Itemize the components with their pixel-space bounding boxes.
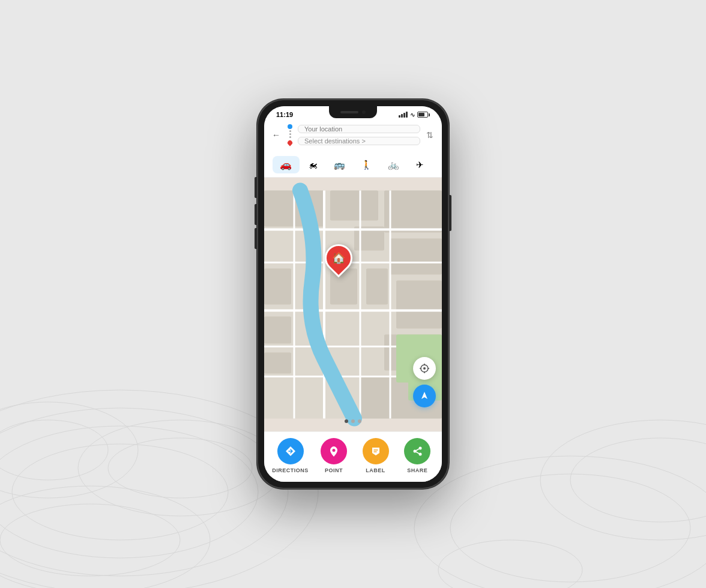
svg-rect-22 <box>396 281 442 329</box>
destination-placeholder: Select destinations > <box>304 137 366 145</box>
status-time: 11:19 <box>276 111 293 118</box>
notch <box>329 106 377 118</box>
transport-bus[interactable]: 🚌 <box>326 157 353 173</box>
bottom-point[interactable]: POINT <box>317 438 350 473</box>
map-area[interactable]: 🏠 <box>264 178 442 431</box>
front-camera <box>362 110 366 114</box>
plane-icon: ✈ <box>416 160 424 170</box>
svg-rect-18 <box>330 191 378 221</box>
svg-line-51 <box>416 449 419 451</box>
svg-rect-38 <box>264 353 291 374</box>
page-dot-2 <box>351 419 355 423</box>
bottom-share[interactable]: SHARE <box>401 438 434 473</box>
point-icon <box>327 445 340 458</box>
bicycle-icon: 🚲 <box>388 160 399 170</box>
location-row: ← Select destinations > <box>270 124 436 145</box>
phone-frame: 11:19 ∿ <box>257 99 449 489</box>
svg-point-49 <box>419 447 422 450</box>
walk-icon: 🚶 <box>361 160 372 170</box>
status-icons: ∿ <box>399 112 430 118</box>
motorcycle-icon: 🏍 <box>309 160 318 170</box>
bottom-label[interactable]: LABEL <box>359 438 392 473</box>
svg-point-47 <box>332 449 335 452</box>
transport-motorcycle[interactable]: 🏍 <box>300 157 327 173</box>
svg-point-48 <box>414 450 417 453</box>
page-dot-1 <box>345 419 348 423</box>
dot-connector <box>289 130 291 138</box>
page-dots <box>345 419 361 423</box>
battery-icon <box>417 112 430 118</box>
page-dot-3 <box>358 419 361 423</box>
transport-bar: 🚗 🏍 🚌 🚶 🚲 ✈ <box>264 152 442 178</box>
bottom-directions[interactable]: DIRECTIONS <box>272 438 309 473</box>
directions-icon <box>284 445 297 458</box>
bottom-bar: DIRECTIONS POINT <box>264 431 442 482</box>
dest-dot <box>286 139 293 146</box>
locate-button[interactable] <box>413 357 436 380</box>
map-pin: 🏠 <box>325 244 352 274</box>
point-circle <box>321 438 347 464</box>
swap-button[interactable]: ⇅ <box>424 129 436 141</box>
share-circle <box>404 438 430 464</box>
phone-screen: 11:19 ∿ <box>264 106 442 482</box>
svg-rect-36 <box>264 269 291 305</box>
destination-input[interactable]: Select destinations > <box>298 137 420 145</box>
transport-car[interactable]: 🚗 <box>273 156 300 173</box>
signal-icon <box>399 112 408 118</box>
share-label: SHARE <box>407 467 427 473</box>
svg-rect-19 <box>384 191 442 233</box>
point-label: POINT <box>325 467 343 473</box>
location-input[interactable] <box>298 125 420 133</box>
svg-line-52 <box>416 452 419 454</box>
speaker <box>340 111 358 113</box>
origin-dot <box>288 124 292 129</box>
transport-plane[interactable]: ✈ <box>406 157 433 173</box>
label-icon <box>369 445 382 458</box>
wifi-icon: ∿ <box>410 112 415 118</box>
home-icon: 🏠 <box>332 251 345 265</box>
bus-icon: 🚌 <box>334 160 345 170</box>
label-label: LABEL <box>366 467 385 473</box>
navigate-icon <box>419 391 430 401</box>
label-circle <box>363 438 389 464</box>
map-controls <box>413 357 436 407</box>
svg-point-50 <box>419 453 422 456</box>
directions-label: DIRECTIONS <box>272 467 309 473</box>
route-dots <box>286 124 294 145</box>
svg-rect-20 <box>390 239 442 275</box>
locate-icon <box>419 363 430 374</box>
transport-walk[interactable]: 🚶 <box>353 157 380 173</box>
svg-rect-40 <box>366 269 388 305</box>
transport-bicycle[interactable]: 🚲 <box>380 157 407 173</box>
car-icon: 🚗 <box>280 159 292 170</box>
svg-rect-37 <box>264 317 291 344</box>
back-button[interactable]: ← <box>270 129 282 141</box>
pin-circle: 🏠 <box>319 238 358 277</box>
share-icon <box>411 445 424 458</box>
search-panel: ← Select destinations > <box>264 121 442 152</box>
directions-circle <box>277 438 304 464</box>
phone-mockup: 11:19 ∿ <box>257 99 449 489</box>
svg-point-42 <box>423 367 426 370</box>
navigate-button[interactable] <box>413 385 436 407</box>
